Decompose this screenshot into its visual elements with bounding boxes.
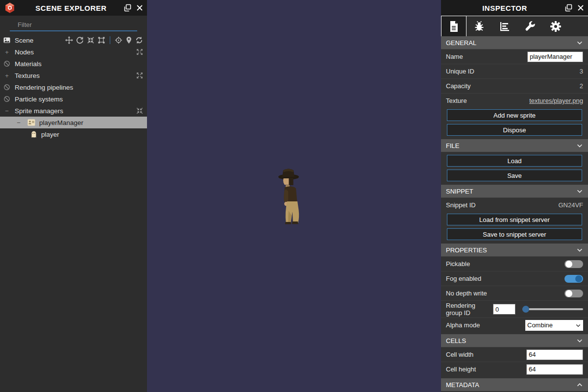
field-value: 2 [580, 82, 583, 90]
chevron-down-icon [576, 39, 583, 46]
toggle-knob [565, 290, 572, 297]
section-cells[interactable]: CELLS [441, 334, 588, 347]
button-row: Load from snippet server [441, 212, 588, 227]
tree-item-player[interactable]: player [0, 128, 147, 140]
inspector-tabstrip [441, 16, 588, 36]
section-snippet[interactable]: SNIPPET [441, 185, 588, 197]
section-title: FILE [446, 142, 459, 149]
tab-tools[interactable] [517, 16, 543, 37]
selected-option: Combine [527, 321, 553, 329]
toggle-knob [565, 261, 572, 268]
section-title: CELLS [446, 337, 466, 344]
inspector-title: INSPECTOR [445, 4, 564, 12]
tree-item-label: Sprite managers [15, 107, 136, 115]
chevron-down-icon [575, 322, 581, 328]
close-icon[interactable] [136, 4, 143, 11]
tree-item-scene[interactable]: Scene [0, 34, 147, 46]
scene-explorer-titlebar: SCENE EXPLORER [0, 0, 147, 16]
bounding-box-gizmo-icon[interactable] [98, 36, 105, 44]
row-alpha-mode: Alpha mode Combine [441, 318, 588, 332]
babylon-inspector-app: SCENE EXPLORER Sc [0, 0, 588, 392]
field-value: GN24VF [558, 201, 583, 209]
button-row: Add new sprite [441, 108, 588, 122]
section-properties[interactable]: PROPERTIES [441, 244, 588, 256]
tree-item-particle-systems[interactable]: Particle systems [0, 93, 147, 105]
popup-window-icon[interactable] [564, 4, 572, 12]
tree-item-rendering-pipelines[interactable]: Rendering pipelines [0, 81, 147, 93]
row-rendering-group-id: Rendering group ID [441, 300, 588, 318]
field-label: Alpha mode [446, 321, 480, 329]
save-to-snippet-server-button[interactable]: Save to snippet server [447, 228, 582, 240]
dispose-button[interactable]: Dispose [447, 124, 582, 136]
tree-item-nodes[interactable]: + Nodes [0, 46, 147, 58]
tree-item-sprite-managers[interactable]: − Sprite managers [0, 105, 147, 117]
expand-all-icon[interactable] [136, 49, 143, 55]
section-general[interactable]: GENERAL [441, 36, 588, 49]
pickable-toggle[interactable] [564, 260, 583, 268]
tab-properties[interactable] [441, 16, 466, 36]
cell-width-input[interactable] [526, 349, 583, 360]
field-label: No depth write [446, 290, 487, 297]
tree-item-materials[interactable]: Materials [0, 58, 147, 70]
tree-item-label: Scene [15, 37, 65, 44]
field-label: Cell height [446, 366, 476, 373]
expand-plus-icon[interactable]: + [3, 72, 11, 79]
field-label: Snippet ID [446, 201, 476, 209]
row-texture: Texture textures/player.png [441, 93, 588, 108]
expand-plus-icon[interactable]: + [3, 49, 11, 56]
document-icon [449, 21, 459, 32]
row-pickable: Pickable [441, 256, 588, 271]
scene-explorer-panel: SCENE EXPLORER Sc [0, 0, 147, 392]
field-label: Rendering group ID [446, 302, 493, 317]
field-label: Unique ID [446, 68, 474, 75]
collapse-minus-icon[interactable]: − [15, 119, 23, 126]
row-snippet-id: Snippet ID GN24VF [441, 197, 588, 212]
bug-icon [473, 21, 485, 32]
collapse-minus-icon[interactable]: − [3, 107, 11, 115]
tree-item-label: Particle systems [15, 96, 143, 103]
section-metadata[interactable]: METADATA [441, 378, 588, 391]
expand-all-icon[interactable] [136, 72, 143, 79]
location-pin-icon[interactable] [125, 36, 132, 44]
no-depth-write-toggle[interactable] [564, 290, 583, 297]
alpha-mode-select[interactable]: Combine [525, 320, 583, 331]
texture-link[interactable]: textures/player.png [529, 97, 583, 104]
collapse-all-icon[interactable] [136, 107, 143, 114]
tree-item-label: Nodes [15, 49, 136, 56]
load-from-snippet-server-button[interactable]: Load from snippet server [447, 214, 582, 225]
section-title: METADATA [446, 381, 479, 389]
slider-knob[interactable] [522, 306, 529, 313]
tab-settings[interactable] [543, 16, 568, 37]
field-label: Fog enabled [446, 275, 481, 282]
tab-debug[interactable] [466, 16, 492, 37]
inspector-titlebar: INSPECTOR [441, 0, 588, 16]
ghost-sprite-icon [30, 131, 37, 138]
save-button[interactable]: Save [447, 170, 582, 181]
fog-enabled-toggle[interactable] [564, 275, 583, 283]
refresh-icon[interactable] [135, 36, 143, 44]
rendering-group-id-slider[interactable] [522, 308, 583, 310]
cell-height-input[interactable] [526, 364, 583, 375]
rendering-group-id-input[interactable] [493, 304, 515, 315]
filter-row [0, 16, 147, 31]
chevron-down-icon [576, 246, 583, 253]
add-new-sprite-button[interactable]: Add new sprite [447, 109, 582, 121]
load-button[interactable]: Load [447, 155, 582, 167]
picker-target-icon[interactable] [115, 36, 122, 44]
section-title: PROPERTIES [446, 246, 487, 254]
move-gizmo-icon[interactable] [65, 36, 73, 44]
section-file[interactable]: FILE [441, 139, 588, 152]
popup-window-icon[interactable] [123, 4, 131, 12]
scale-gizmo-icon[interactable] [87, 36, 95, 44]
rotate-gizmo-icon[interactable] [76, 36, 84, 44]
close-icon[interactable] [577, 4, 584, 11]
tree-item-textures[interactable]: + Textures [0, 70, 147, 81]
row-unique-id: Unique ID 3 [441, 64, 588, 78]
filter-input[interactable] [10, 20, 137, 31]
render-canvas[interactable] [147, 0, 441, 392]
tree-item-player-manager[interactable]: − playerManager [0, 117, 147, 128]
name-input[interactable] [527, 51, 583, 62]
tab-statistics[interactable] [492, 16, 517, 37]
toolbar-separator [110, 36, 110, 44]
button-row: Save [441, 168, 588, 183]
